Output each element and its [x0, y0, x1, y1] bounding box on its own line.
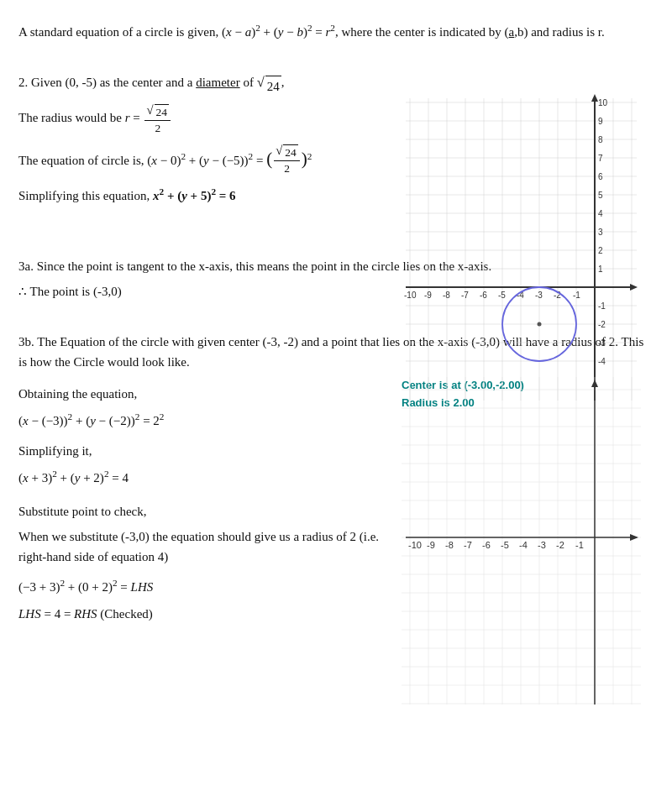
right-graph-section: Center is at (-3.00,-2.00) Radius is 2.0…	[402, 377, 654, 629]
svg-text:-7: -7	[461, 291, 469, 300]
circle-graph: .grid-line { stroke: #ddd; stroke-width:…	[402, 377, 641, 705]
svg-text:-3: -3	[538, 540, 546, 550]
simplifying-text: Simplifying it,	[18, 441, 393, 461]
intro-text: A standard equation of a circle is given…	[18, 20, 654, 42]
svg-text:7: 7	[598, 154, 603, 163]
svg-text:8: 8	[598, 135, 603, 144]
svg-marker-33	[591, 380, 598, 387]
svg-text:-1: -1	[575, 540, 584, 550]
svg-text:-10: -10	[404, 291, 417, 300]
diameter-label: diameter	[196, 76, 239, 89]
svg-text:-1: -1	[598, 301, 606, 311]
svg-text:-3: -3	[535, 291, 543, 300]
svg-text:9: 9	[598, 117, 603, 126]
svg-text:-2: -2	[598, 320, 606, 329]
svg-marker-74	[591, 94, 598, 102]
svg-text:-5: -5	[498, 291, 506, 300]
obtaining-text: Obtaining the equation,	[18, 384, 393, 404]
eq2-text: (x + 3)2 + (y + 2)2 = 4	[18, 466, 393, 488]
svg-text:-1: -1	[573, 291, 580, 300]
eq-fraction: √24 2	[274, 144, 300, 175]
svg-text:-2: -2	[556, 540, 564, 550]
result-text: LHS = 4 = RHS (Checked)	[18, 604, 393, 624]
svg-text:4: 4	[598, 209, 603, 218]
svg-text:1: 1	[598, 265, 603, 274]
eq1-text: (x − (−3))2 + (y − (−2))2 = 22	[18, 409, 393, 431]
svg-text:-5: -5	[501, 540, 509, 550]
svg-text:-6: -6	[482, 540, 491, 550]
svg-text:5: 5	[598, 191, 603, 200]
svg-text:-3: -3	[598, 338, 606, 348]
substitute-text: Substitute point to check,	[18, 501, 393, 521]
svg-text:-7: -7	[464, 540, 472, 550]
svg-text:-8: -8	[443, 291, 450, 300]
svg-text:-9: -9	[427, 540, 435, 550]
svg-text:-9: -9	[424, 291, 432, 300]
circle-graph-proper: .gl { stroke: #ccc; stroke-width: 0.5; }…	[402, 90, 641, 417]
svg-text:-8: -8	[445, 540, 454, 550]
svg-marker-34	[630, 534, 638, 541]
svg-point-102	[538, 322, 542, 326]
graph-area: Obtaining the equation, (x − (−3))2 + (y…	[18, 377, 654, 629]
svg-text:3: 3	[598, 228, 603, 237]
when-text: When we substitute (-3,0) the equation s…	[18, 526, 393, 567]
svg-text:-4: -4	[519, 540, 528, 550]
svg-text:2: 2	[598, 246, 603, 255]
svg-marker-76	[630, 284, 638, 291]
svg-text:-4: -4	[598, 357, 606, 366]
left-text-section: Obtaining the equation, (x − (−3))2 + (y…	[18, 377, 402, 629]
svg-text:10: 10	[598, 98, 608, 107]
svg-text:-6: -6	[480, 291, 487, 300]
svg-text:-10: -10	[408, 540, 422, 550]
svg-text:6: 6	[598, 172, 603, 181]
radius-fraction: √24 2	[144, 103, 171, 135]
check-eq-text: (−3 + 3)2 + (0 + 2)2 = LHS	[18, 575, 393, 597]
sqrt24-inline: √24	[257, 76, 281, 97]
